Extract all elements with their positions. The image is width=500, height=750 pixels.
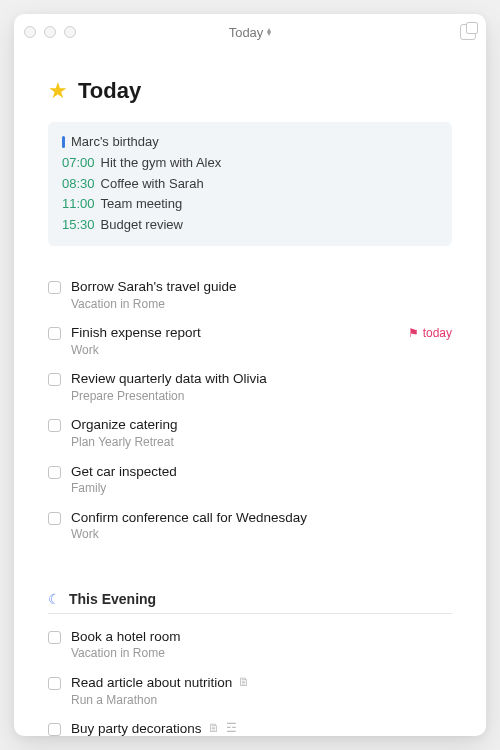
calendar-event: 11:00 Team meeting bbox=[62, 194, 438, 215]
deadline-badge: ⚑ today bbox=[408, 326, 452, 340]
task-checkbox[interactable] bbox=[48, 723, 61, 736]
deadline-label: today bbox=[423, 326, 452, 340]
task-title: Get car inspected bbox=[71, 463, 452, 481]
titlebar: Today ▴▾ bbox=[14, 14, 486, 50]
event-time: 08:30 bbox=[62, 174, 95, 195]
task-checkbox[interactable] bbox=[48, 466, 61, 479]
event-time: 15:30 bbox=[62, 215, 95, 236]
task-row[interactable]: Organize catering Plan Yearly Retreat bbox=[48, 412, 452, 458]
evening-task-list: Book a hotel room Vacation in Rome Read … bbox=[48, 624, 452, 736]
task-project: Prepare Presentation bbox=[71, 389, 452, 405]
task-row[interactable]: Book a hotel room Vacation in Rome bbox=[48, 624, 452, 670]
task-row[interactable]: Borrow Sarah's travel guide Vacation in … bbox=[48, 274, 452, 320]
window-minimize-button[interactable] bbox=[44, 26, 56, 38]
task-row[interactable]: Finish expense report Work ⚑ today bbox=[48, 320, 452, 366]
task-title: Review quarterly data with Olivia bbox=[71, 370, 452, 388]
task-title: Read article about nutrition bbox=[71, 674, 232, 692]
event-title: Team meeting bbox=[101, 194, 183, 215]
calendar-events-box[interactable]: Marc's birthday 07:00 Hit the gym with A… bbox=[48, 122, 452, 246]
evening-heading: This Evening bbox=[69, 591, 156, 607]
task-row[interactable]: Review quarterly data with Olivia Prepar… bbox=[48, 366, 452, 412]
task-title: Finish expense report bbox=[71, 324, 398, 342]
task-title: Borrow Sarah's travel guide bbox=[71, 278, 452, 296]
note-icon: 🗎 bbox=[208, 721, 220, 736]
window-title: Today bbox=[229, 25, 264, 40]
task-row[interactable]: Confirm conference call for Wednesday Wo… bbox=[48, 505, 452, 551]
task-title: Confirm conference call for Wednesday bbox=[71, 509, 452, 527]
event-title: Budget review bbox=[101, 215, 183, 236]
task-checkbox[interactable] bbox=[48, 281, 61, 294]
task-title: Organize catering bbox=[71, 416, 452, 434]
calendar-event: Marc's birthday bbox=[62, 132, 438, 153]
task-checkbox[interactable] bbox=[48, 327, 61, 340]
event-title: Hit the gym with Alex bbox=[101, 153, 222, 174]
checklist-icon: ☲ bbox=[226, 721, 237, 736]
content-area: ★ Today Marc's birthday 07:00 Hit the gy… bbox=[14, 50, 486, 736]
task-row[interactable]: Buy party decorations 🗎 ☲ Throw Party fo… bbox=[48, 716, 452, 736]
note-icon: 🗎 bbox=[238, 675, 250, 691]
star-icon: ★ bbox=[48, 78, 68, 104]
calendar-event: 07:00 Hit the gym with Alex bbox=[62, 153, 438, 174]
moon-icon: ☾ bbox=[48, 591, 61, 607]
today-task-list: Borrow Sarah's travel guide Vacation in … bbox=[48, 274, 452, 551]
task-checkbox[interactable] bbox=[48, 373, 61, 386]
task-row[interactable]: Read article about nutrition 🗎 Run a Mar… bbox=[48, 670, 452, 716]
task-project: Work bbox=[71, 527, 452, 543]
calendar-event: 15:30 Budget review bbox=[62, 215, 438, 236]
updown-chevron-icon: ▴▾ bbox=[267, 28, 271, 36]
event-allday-bar-icon bbox=[62, 136, 65, 148]
task-checkbox[interactable] bbox=[48, 631, 61, 644]
task-project: Work bbox=[71, 343, 398, 359]
task-project: Family bbox=[71, 481, 452, 497]
event-title: Marc's birthday bbox=[71, 132, 159, 153]
task-checkbox[interactable] bbox=[48, 419, 61, 432]
window-zoom-button[interactable] bbox=[64, 26, 76, 38]
evening-section-header[interactable]: ☾ This Evening bbox=[48, 591, 452, 614]
task-checkbox[interactable] bbox=[48, 677, 61, 690]
flag-icon: ⚑ bbox=[408, 326, 419, 340]
window-close-button[interactable] bbox=[24, 26, 36, 38]
page-title: Today bbox=[78, 78, 141, 104]
app-window: Today ▴▾ ★ Today Marc's birthday 07:00 H… bbox=[14, 14, 486, 736]
window-controls bbox=[24, 26, 76, 38]
calendar-event: 08:30 Coffee with Sarah bbox=[62, 174, 438, 195]
event-title: Coffee with Sarah bbox=[101, 174, 204, 195]
task-checkbox[interactable] bbox=[48, 512, 61, 525]
task-project: Vacation in Rome bbox=[71, 297, 452, 313]
task-title: Book a hotel room bbox=[71, 628, 452, 646]
jump-menu-button[interactable]: Today ▴▾ bbox=[229, 25, 272, 40]
task-row[interactable]: Get car inspected Family bbox=[48, 459, 452, 505]
task-title: Buy party decorations bbox=[71, 720, 202, 736]
task-project: Vacation in Rome bbox=[71, 646, 452, 662]
event-time: 07:00 bbox=[62, 153, 95, 174]
task-project: Run a Marathon bbox=[71, 693, 452, 709]
event-time: 11:00 bbox=[62, 194, 95, 215]
task-project: Plan Yearly Retreat bbox=[71, 435, 452, 451]
page-header: ★ Today bbox=[48, 78, 452, 104]
new-window-button[interactable] bbox=[460, 24, 476, 40]
